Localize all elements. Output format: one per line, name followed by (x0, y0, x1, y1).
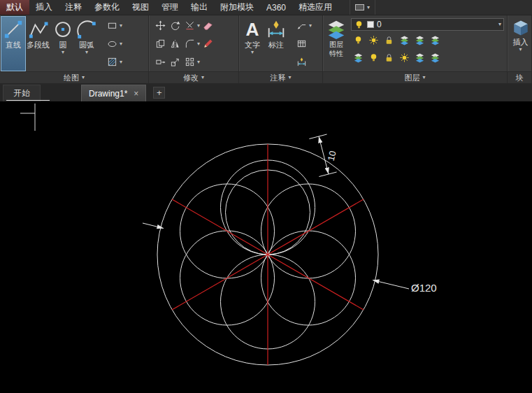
block-panel-label-text: 块 (516, 73, 524, 83)
chevron-down-icon: ▾ (251, 50, 254, 55)
dimension-small-icon (296, 57, 307, 67)
workspace-dropdown[interactable]: ▾ (350, 0, 375, 15)
layers-panel-label[interactable]: 图层 ▾ (323, 71, 507, 83)
crosshair-artifact (20, 103, 35, 131)
sun-icon (368, 35, 379, 45)
dimension-style-button[interactable] (294, 55, 308, 69)
layers-icon (415, 52, 425, 63)
block-panel: 插入 ▾ 块 (508, 15, 532, 83)
center-lines (172, 144, 364, 365)
layer-walk-button[interactable] (397, 50, 411, 65)
trim-tool-button[interactable] (182, 18, 196, 33)
table-tool-button[interactable] (294, 36, 308, 51)
chevron-down-icon: ▾ (120, 59, 122, 65)
layer-tool-rows (351, 33, 504, 65)
ribbon-tab-insert[interactable]: 插入 (29, 0, 59, 15)
layer-unlock-button[interactable] (382, 50, 396, 65)
layer-delete-button[interactable] (428, 50, 442, 65)
ribbon-tab-output[interactable]: 输出 (185, 0, 214, 15)
rectangle-tool-button[interactable] (105, 18, 119, 33)
stretch-icon (155, 57, 166, 67)
dimension-icon (266, 19, 287, 40)
stretch-tool-button[interactable] (153, 55, 167, 69)
annotate-panel-tools: 文字 ▾ 标注 ▾ (240, 17, 322, 71)
layer-freeze-button[interactable] (351, 50, 365, 65)
drawing-canvas[interactable]: 10 Ø120 (0, 101, 532, 393)
layer-off-button[interactable] (351, 33, 365, 48)
fillet-tool-button[interactable] (182, 36, 196, 51)
scale-icon (170, 57, 180, 67)
mirror-icon (170, 38, 180, 49)
ribbon-tab-a360[interactable]: A360 (260, 0, 292, 15)
ribbon-tab-annotate[interactable]: 注释 (59, 0, 88, 15)
layer-match-button[interactable] (428, 33, 442, 48)
move-tool-button[interactable] (153, 18, 167, 33)
layers-panel-tools: 图层 特性 0 ▾ (324, 17, 506, 71)
polyline-icon (28, 19, 49, 40)
text-tool-button[interactable]: 文字 ▾ (240, 17, 264, 71)
layer-thaw-button[interactable] (366, 33, 380, 48)
file-tab-drawing1[interactable]: Drawing1* × (81, 85, 146, 101)
block-panel-label[interactable]: 块 (508, 71, 531, 83)
polyline-tool-label: 多段线 (27, 41, 50, 49)
layer-state-button[interactable] (397, 33, 411, 48)
layer-merge-button[interactable] (412, 50, 426, 65)
file-tab-bar: 开始 Drawing1* × + (0, 83, 532, 101)
ribbon-tab-addins[interactable]: 附加模块 (214, 0, 260, 15)
copy-icon (155, 38, 166, 49)
insert-block-label: 插入 (513, 38, 529, 46)
trim-icon (185, 20, 195, 31)
draw-panel-label[interactable]: 绘图 ▾ (0, 71, 148, 83)
layer-select[interactable]: 0 ▾ (351, 18, 504, 31)
ribbon-tab-home[interactable]: 默认 (0, 0, 29, 15)
ribbon-tab-parametric[interactable]: 参数化 (88, 0, 126, 15)
ribbon-tab-featured-apps[interactable]: 精选应用 (292, 0, 338, 15)
layer-isolate-button[interactable] (412, 33, 426, 48)
draw-panel-label-text: 绘图 (64, 73, 79, 83)
ellipse-tool-button[interactable] (105, 36, 119, 51)
line-tool-button[interactable]: 直线 (1, 17, 25, 71)
annotate-panel-label[interactable]: 注释 ▾ (239, 71, 322, 83)
file-tab-start[interactable]: 开始 (3, 85, 41, 101)
circle-tool-button[interactable]: 圆 ▾ (51, 17, 75, 71)
array-icon (185, 57, 195, 67)
autocad-window: 默认 插入 注释 参数化 视图 管理 输出 附加模块 A360 精选应用 ▾ 直… (0, 0, 532, 393)
leader-tool-button[interactable] (294, 18, 308, 33)
move-icon (155, 20, 166, 31)
copy-tool-button[interactable] (153, 36, 167, 51)
scale-tool-button[interactable] (168, 55, 182, 69)
array-tool-button[interactable] (182, 55, 196, 69)
arc-tool-button[interactable]: 圆弧 ▾ (75, 17, 99, 71)
ribbon-tab-manage[interactable]: 管理 (155, 0, 185, 15)
draw-panel: 直线 多段线 圆 ▾ 圆弧 ▾ (0, 15, 149, 83)
drawing-tab-label: Drawing1* (89, 89, 127, 99)
dimension-offset-10: 10 (309, 134, 338, 177)
rotate-tool-button[interactable] (168, 18, 182, 33)
chevron-down-icon: ▾ (309, 23, 312, 29)
freehand-tool-button[interactable] (201, 36, 215, 51)
chevron-down-icon: ▾ (120, 23, 122, 29)
annotate-panel: 文字 ▾ 标注 ▾ (239, 15, 323, 83)
chevron-down-icon: ▾ (498, 22, 501, 27)
rectangle-icon (107, 20, 117, 31)
chevron-down-icon: ▾ (197, 23, 200, 29)
start-tab-label: 开始 (13, 87, 30, 99)
ribbon-tab-view[interactable]: 视图 (126, 0, 155, 15)
new-tab-button[interactable]: + (153, 87, 165, 99)
chevron-down-icon: ▾ (422, 75, 425, 80)
insert-block-button[interactable]: 插入 ▾ (509, 17, 532, 71)
table-icon (296, 38, 307, 49)
line-tool-label: 直线 (6, 41, 21, 49)
layer-lock-button[interactable] (382, 33, 396, 48)
layer-on-button[interactable] (366, 50, 380, 65)
polyline-tool-button[interactable]: 多段线 (25, 17, 51, 71)
hatch-tool-button[interactable] (105, 55, 119, 69)
close-tab-icon[interactable]: × (134, 90, 138, 98)
layer-properties-button[interactable]: 图层 特性 (324, 17, 348, 71)
modify-panel-label[interactable]: 修改 ▾ (149, 71, 238, 83)
chevron-down-icon: ▾ (288, 75, 291, 80)
erase-tool-button[interactable] (201, 18, 215, 33)
dimension-tool-button[interactable]: 标注 (264, 17, 288, 71)
mirror-tool-button[interactable] (168, 36, 182, 51)
layer-controls: 0 ▾ (348, 17, 506, 71)
